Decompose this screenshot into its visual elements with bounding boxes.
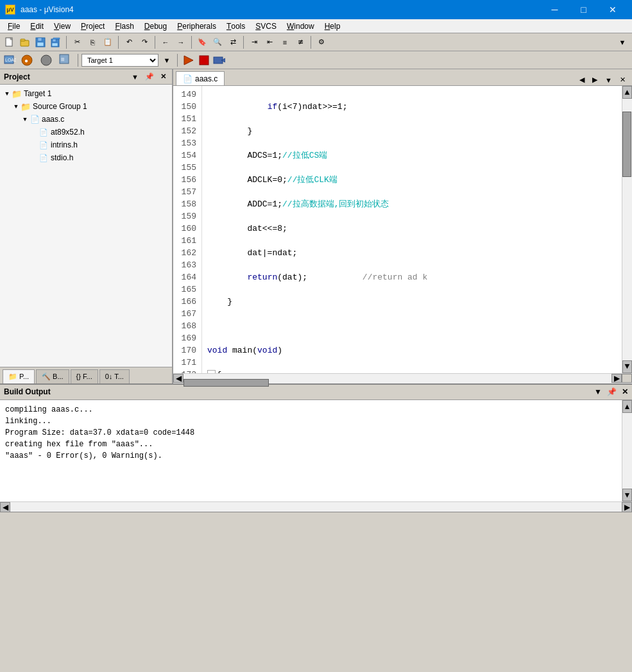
editor-tab-aaas[interactable]: 📄 aaas.c	[176, 71, 225, 85]
main-file-icon: 📄	[30, 114, 40, 124]
svg-rect-3	[21, 39, 25, 41]
uncomment-button[interactable]: ≢	[293, 35, 307, 49]
bookmark-button[interactable]: 🔖	[195, 35, 209, 49]
menu-tools[interactable]: Tools	[221, 19, 250, 33]
panel-title: Project	[4, 72, 127, 81]
tab-functions[interactable]: {} F...	[71, 369, 98, 383]
ln-158: 158	[176, 198, 196, 210]
menu-svcs[interactable]: SVCS	[250, 19, 282, 33]
target-select[interactable]: Target 1	[81, 54, 158, 67]
menu-file[interactable]: File	[3, 19, 25, 33]
ln-165: 165	[176, 283, 196, 296]
scroll-left-btn[interactable]: ◀	[173, 374, 184, 383]
tree-header-stdio[interactable]: 📄 stdio.h	[0, 151, 172, 164]
run-button[interactable]	[181, 53, 195, 67]
project-icon-2[interactable]	[37, 53, 55, 67]
editor-close-btn[interactable]: ✕	[616, 74, 629, 85]
redo-button[interactable]: ↷	[137, 35, 151, 49]
ln-150: 150	[176, 101, 196, 113]
load-button[interactable]: LOAD	[3, 53, 17, 67]
panel-close-btn[interactable]: ✕	[158, 72, 168, 81]
tab-menu-arrow[interactable]: ▼	[601, 75, 616, 85]
build-scroll-up[interactable]: ▲	[622, 400, 632, 413]
tab-build-icon: 🔨	[42, 373, 51, 381]
build-scroll-down[interactable]: ▼	[622, 489, 632, 501]
code-152: ADCLK=0;//拉低CLK端	[207, 174, 617, 186]
find-button[interactable]: 🔍	[210, 35, 225, 49]
scroll-thumb-h[interactable]	[184, 379, 269, 387]
tree-header-at89[interactable]: 📄 at89x52.h	[0, 126, 172, 139]
comment-button[interactable]: ≡	[278, 35, 292, 49]
options-button[interactable]: ⚙	[314, 35, 329, 49]
close-button[interactable]: ✕	[598, 0, 627, 19]
svg-rect-8	[53, 39, 56, 42]
target-expander[interactable]: ▼	[3, 90, 12, 97]
new-button[interactable]	[3, 35, 17, 49]
indent-button[interactable]: ⇥	[247, 35, 261, 49]
menu-view[interactable]: View	[49, 19, 76, 33]
scroll-down-btn[interactable]: ▼	[622, 360, 632, 373]
app-icon: μV	[5, 4, 15, 15]
scroll-corner	[622, 374, 632, 383]
title-bar: μV aaas - μVision4 ─ □ ✕	[0, 0, 632, 19]
stop-button[interactable]	[196, 53, 210, 67]
build-close-btn[interactable]: ✕	[622, 387, 628, 396]
save-button[interactable]	[33, 35, 47, 49]
build-scroll-right[interactable]: ▶	[622, 502, 632, 512]
menu-help[interactable]: Help	[320, 19, 346, 33]
code-content[interactable]: if(i<7)ndat>>=1; } ADCS=1;//拉低CS端 ADCLK=…	[202, 86, 622, 373]
source-group-expander[interactable]: ▼	[12, 103, 21, 110]
build-scrollbar-h-track[interactable]	[10, 502, 622, 512]
outdent-button[interactable]: ⇤	[262, 35, 277, 49]
scroll-right-btn[interactable]: ▶	[611, 374, 622, 383]
build-header: Build Output ▼ 📌 ✕	[0, 385, 632, 400]
menu-project[interactable]: Project	[76, 19, 110, 33]
menu-flash[interactable]: Flash	[110, 19, 139, 33]
project-icon-3[interactable]: ≡	[56, 53, 74, 67]
panel-pin-btn[interactable]: 📌	[143, 72, 156, 81]
minimize-button[interactable]: ─	[540, 0, 569, 19]
toolbar-menu-button[interactable]: ▼	[615, 35, 629, 49]
paste-button[interactable]: 📋	[101, 35, 115, 49]
build-scroll-left[interactable]: ◀	[0, 502, 10, 512]
tab-left-arrow[interactable]: ◀	[576, 74, 588, 85]
code-159: void main(void)	[207, 344, 617, 357]
replace-button[interactable]: ⇄	[226, 35, 240, 49]
svg-rect-9	[52, 43, 58, 46]
tab-right-arrow[interactable]: ▶	[588, 74, 601, 85]
back-button[interactable]: ←	[158, 35, 173, 49]
panel-dropdown-btn[interactable]: ▼	[130, 73, 141, 81]
ln-152: 152	[176, 125, 196, 137]
tab-build[interactable]: 🔨 B...	[36, 369, 69, 383]
scroll-up-btn[interactable]: ▲	[622, 86, 632, 99]
tab-templates-label: 0↓ T...	[105, 373, 124, 380]
tree-target[interactable]: ▼ 📁 Target 1	[0, 87, 172, 100]
copy-button[interactable]: ⎘	[85, 35, 99, 49]
build-pin-btn[interactable]: 📌	[607, 387, 617, 396]
tab-templates[interactable]: 0↓ T...	[99, 369, 130, 383]
code-154: dat<<=8;	[207, 223, 617, 235]
open-button[interactable]	[18, 35, 32, 49]
translate-button[interactable]	[212, 53, 226, 67]
scroll-thumb-v[interactable]	[622, 112, 631, 177]
menu-debug[interactable]: Debug	[139, 19, 172, 33]
forward-button[interactable]: →	[174, 35, 188, 49]
menu-peripherals[interactable]: Peripherals	[172, 19, 221, 33]
project-icon-1[interactable]: ●	[18, 53, 36, 67]
build-line-5: "aaas" - 0 Error(s), 0 Warning(s).	[5, 450, 617, 462]
tree-source-group[interactable]: ▼ 📁 Source Group 1	[0, 100, 172, 113]
menu-window[interactable]: Window	[282, 19, 320, 33]
tree-main-file[interactable]: ▼ 📄 aaas.c	[0, 113, 172, 126]
build-scrollbar-v[interactable]: ▲ ▼	[622, 400, 632, 501]
menu-edit[interactable]: Edit	[25, 19, 49, 33]
cut-button[interactable]: ✂	[70, 35, 84, 49]
undo-button[interactable]: ↶	[122, 35, 136, 49]
tree-header-intrins[interactable]: 📄 intrins.h	[0, 139, 172, 151]
saveall-button[interactable]	[49, 35, 63, 49]
tab-project[interactable]: 📁 P...	[3, 369, 35, 383]
maximize-button[interactable]: □	[569, 0, 598, 19]
main-file-expander[interactable]: ▼	[21, 116, 30, 122]
build-dropdown-btn[interactable]: ▼	[594, 387, 602, 396]
target-select-arrow[interactable]: ▼	[160, 53, 174, 67]
editor-scrollbar-v[interactable]: ▲ ▼	[622, 86, 632, 373]
